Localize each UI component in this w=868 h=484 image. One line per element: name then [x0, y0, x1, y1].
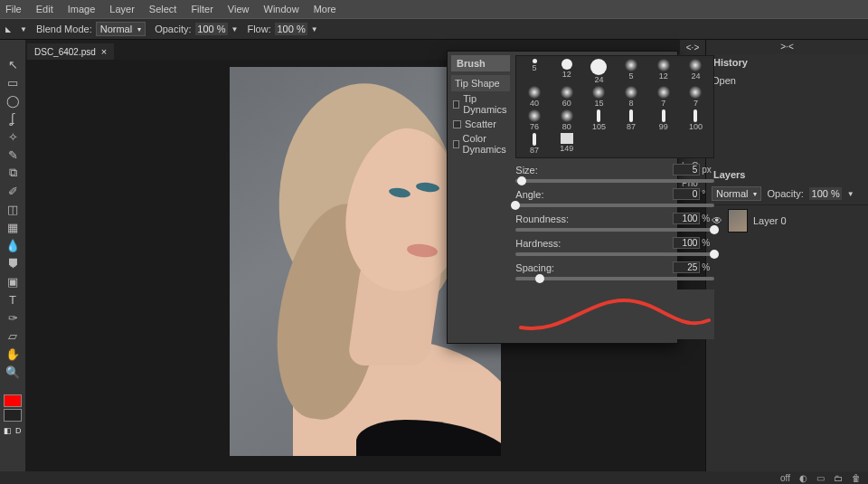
tool-move[interactable]: ↖: [4, 56, 22, 72]
tool-eyedropper[interactable]: ✑: [4, 309, 22, 326]
brush-preset[interactable]: 24: [681, 59, 712, 84]
mask-icon[interactable]: ◐: [799, 473, 807, 483]
background-swatch[interactable]: [4, 409, 22, 422]
brush-preset[interactable]: 105: [584, 109, 615, 131]
new-layer-icon[interactable]: ▭: [816, 473, 825, 483]
brush-preset[interactable]: 12: [552, 59, 582, 84]
hardness-label: Hardness:: [515, 238, 561, 249]
close-icon[interactable]: ×: [101, 46, 107, 57]
document-tab[interactable]: DSC_6402.psd ×: [27, 43, 114, 60]
roundness-label: Roundness:: [515, 214, 569, 224]
folder-icon[interactable]: 🗀: [834, 473, 843, 483]
layer-opacity-input[interactable]: [809, 187, 842, 200]
layer-blend-select[interactable]: Normal ▾: [712, 186, 761, 201]
roundness-slider[interactable]: [515, 228, 714, 232]
checkbox-icon[interactable]: [453, 120, 461, 128]
brush-opt-color-dynamics[interactable]: Color Dynamics: [451, 131, 510, 157]
foreground-swatch[interactable]: [4, 394, 22, 407]
brush-preset[interactable]: 5: [519, 59, 550, 84]
menu-window[interactable]: Window: [264, 4, 299, 14]
tool-blur[interactable]: 💧: [4, 237, 22, 253]
chevron-down-icon[interactable]: ▼: [847, 190, 854, 198]
slider-thumb[interactable]: [535, 274, 544, 283]
brush-preset[interactable]: 15: [584, 86, 615, 108]
tool-paint-bucket[interactable]: ⛊: [4, 255, 22, 271]
hardness-input[interactable]: [673, 237, 700, 249]
default-colors[interactable]: ◧ D: [4, 426, 23, 435]
menu-layer[interactable]: Layer: [109, 4, 135, 14]
tool-eraser[interactable]: ◫: [4, 201, 22, 217]
brush-preset[interactable]: 100: [681, 109, 712, 131]
menu-image[interactable]: Image: [68, 4, 96, 14]
brush-preset[interactable]: 7: [681, 86, 712, 108]
panel-collapse-right[interactable]: >·<: [706, 40, 868, 54]
brush-opt-scatter[interactable]: Scatter: [451, 117, 510, 131]
tool-select-rect[interactable]: ▭: [4, 74, 22, 90]
brush-preset[interactable]: 87: [519, 133, 550, 155]
hardness-unit: %: [702, 238, 714, 248]
brush-preset[interactable]: 8: [616, 86, 646, 108]
menu-file[interactable]: File: [5, 4, 22, 14]
checkbox-icon[interactable]: [453, 100, 459, 109]
brush-preset-size: 12: [562, 70, 571, 79]
brush-preset-size: 24: [594, 75, 603, 84]
trash-icon[interactable]: 🗑: [852, 473, 861, 483]
tool-brush[interactable]: ✎: [4, 147, 22, 163]
tool-gradient[interactable]: ▦: [4, 219, 22, 235]
brush-preset[interactable]: 5: [616, 59, 646, 84]
panel-collapse-left[interactable]: <·>: [680, 40, 705, 54]
tool-shape[interactable]: ▱: [4, 327, 22, 344]
tool-lasso[interactable]: ʆ: [4, 110, 22, 127]
size-slider[interactable]: [515, 179, 714, 183]
brush-preset[interactable]: 80: [552, 109, 582, 131]
menu-filter[interactable]: Filter: [191, 4, 212, 14]
tool-clone[interactable]: ⧉: [4, 165, 22, 181]
history-item[interactable]: Open: [712, 75, 863, 86]
roundness-input[interactable]: [673, 213, 700, 224]
spacing-slider[interactable]: [515, 277, 714, 280]
tool-wand[interactable]: ✧: [4, 128, 22, 145]
hardness-slider[interactable]: [515, 252, 714, 256]
opacity-input[interactable]: [195, 23, 228, 35]
brush-preset[interactable]: 76: [519, 109, 550, 131]
menu-select[interactable]: Select: [149, 4, 177, 14]
tool-hand[interactable]: ✋: [4, 346, 22, 362]
brush-preset[interactable]: 7: [648, 86, 679, 108]
slider-thumb[interactable]: [511, 201, 520, 210]
spacing-input[interactable]: [673, 261, 700, 273]
layer-row[interactable]: 👁Layer 0: [706, 205, 868, 236]
brush-preset[interactable]: 87: [616, 109, 646, 131]
checkbox-icon[interactable]: [453, 140, 459, 148]
brush-preset[interactable]: 40: [519, 86, 550, 108]
tool-type[interactable]: T: [4, 291, 22, 308]
brush-dropdown-icon[interactable]: ▼: [20, 25, 27, 33]
size-input[interactable]: [673, 164, 700, 176]
tool-preset-icon[interactable]: ◣: [5, 25, 11, 33]
tool-zoom[interactable]: 🔍: [4, 364, 22, 380]
brush-preset[interactable]: 24: [584, 59, 615, 84]
blend-mode-select[interactable]: Normal ▾: [96, 22, 146, 36]
angle-label: Angle:: [515, 189, 543, 200]
brush-preset[interactable]: 12: [648, 59, 679, 84]
brush-opt-tip-dynamics[interactable]: Tip Dynamics: [451, 91, 510, 117]
flow-input[interactable]: [275, 23, 307, 35]
brush-tip-shape[interactable]: Tip Shape: [451, 75, 510, 91]
menu-view[interactable]: View: [228, 4, 250, 14]
blend-label: Blend Mode:: [36, 24, 92, 34]
roundness-unit: %: [702, 214, 714, 223]
tool-select-ellipse[interactable]: ◯: [4, 92, 22, 109]
brush-panel-tab[interactable]: Brush: [451, 55, 510, 71]
brush-preset[interactable]: 60: [552, 86, 582, 108]
angle-slider[interactable]: [515, 204, 714, 207]
slider-thumb[interactable]: [517, 176, 526, 185]
brush-preset[interactable]: 149: [552, 133, 582, 155]
tool-crop[interactable]: ▣: [4, 273, 22, 289]
menu-more[interactable]: More: [314, 4, 336, 14]
menu-edit[interactable]: Edit: [36, 4, 53, 14]
chevron-down-icon[interactable]: ▼: [231, 25, 239, 33]
brush-preset[interactable]: 99: [648, 109, 679, 131]
chevron-down-icon[interactable]: ▼: [311, 25, 318, 33]
tool-pencil[interactable]: ✐: [4, 183, 22, 199]
angle-input[interactable]: [673, 188, 700, 200]
history-panel: >·< History Open: [705, 40, 868, 166]
